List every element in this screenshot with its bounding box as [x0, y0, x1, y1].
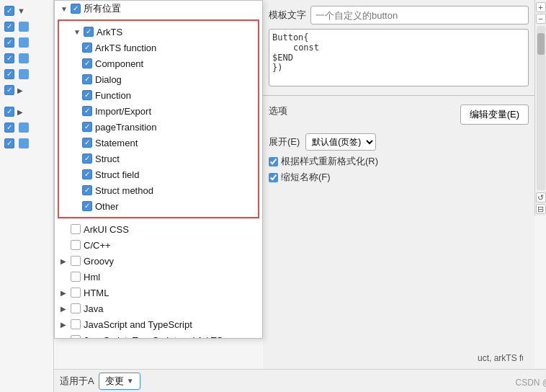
c-cpp-label: C/C++ [84, 240, 111, 251]
import-export-label: Import/Export [95, 106, 151, 117]
arkui-css-label: ArkUI CSS [84, 224, 129, 235]
struct-field-checkbox[interactable] [82, 169, 92, 179]
edit-variables-button[interactable]: 编辑变量(E) [460, 104, 529, 125]
arkts-label: ArkTS [97, 27, 122, 37]
tree-item-function[interactable]: Function [59, 87, 258, 103]
right-content: 模板文字 Button{ const $END }) uct, arkTS fu… [263, 0, 534, 369]
struct-method-checkbox[interactable] [82, 185, 92, 195]
file-icon [19, 122, 29, 133]
horizontal-separator [263, 95, 534, 96]
page-transition-checkbox[interactable] [82, 122, 92, 132]
tree-item-component[interactable]: Component [59, 55, 258, 71]
html-checkbox[interactable] [71, 288, 81, 298]
right-scrollbar: + − ↺ ⊟ [534, 0, 546, 216]
expand-select[interactable]: 默认值(页签) [305, 133, 376, 151]
function-checkbox[interactable] [82, 90, 92, 100]
js-ts-arkts-checkbox[interactable] [71, 335, 81, 339]
scroll-thumb[interactable] [537, 33, 545, 55]
c-cpp-checkbox[interactable] [71, 240, 81, 250]
struct-field-label: Struct field [95, 169, 139, 180]
expand-row: 展开(E) 默认值(页签) [269, 133, 529, 151]
arkts-parent-item[interactable]: ▼ ArkTS [59, 24, 258, 40]
other-checkbox[interactable] [82, 201, 92, 211]
file-icon [19, 138, 29, 148]
checkbox-checked[interactable] [4, 122, 14, 133]
file-row [0, 19, 53, 35]
struct-method-label: Struct method [95, 185, 153, 196]
tree-item-struct-method[interactable]: Struct method [59, 182, 258, 198]
scroll-icon-button[interactable]: ⊟ [536, 204, 546, 214]
checkbox-checked[interactable] [4, 107, 14, 117]
tree-item-dialog[interactable]: Dialog [59, 71, 258, 87]
checkbox-checked[interactable] [4, 22, 14, 32]
groovy-checkbox[interactable] [71, 256, 81, 266]
hml-checkbox[interactable] [71, 272, 81, 282]
checkbox-checked[interactable] [4, 53, 14, 63]
expand-arrow[interactable]: ▶ [17, 108, 23, 116]
file-row: ▶ [0, 82, 53, 98]
tree-item-struct[interactable]: Struct [59, 151, 258, 166]
tree-item-groovy[interactable]: ▶ Groovy [55, 253, 262, 269]
file-row: ▶ [0, 104, 53, 120]
import-export-checkbox[interactable] [82, 106, 92, 116]
tree-item-page-transition[interactable]: pageTransition [59, 119, 258, 135]
scroll-minus-button[interactable]: − [536, 14, 546, 24]
file-row: ▼ [0, 3, 53, 19]
js-ts-checkbox[interactable] [71, 319, 81, 329]
tree-dropdown: ▼ 所有位置 ▼ ArkTS ArkTS function [54, 0, 263, 339]
checkbox-checked[interactable] [4, 69, 14, 79]
tree-item-struct-field[interactable]: Struct field [59, 166, 258, 182]
checkbox-checked[interactable] [4, 37, 14, 48]
arkts-function-checkbox[interactable] [82, 43, 92, 53]
tree-root-item[interactable]: ▼ 所有位置 [55, 1, 262, 17]
code-ellipsis: uct, arkTS function, function, str... [478, 353, 523, 363]
template-area: 模板文字 Button{ const $END }) uct, arkTS fu… [263, 0, 534, 92]
code-textarea[interactable]: Button{ const $END }) [269, 29, 529, 86]
scroll-reset-button[interactable]: ↺ [536, 192, 546, 202]
other-label: Other [95, 201, 119, 212]
expand-arrow[interactable]: ▼ [17, 6, 25, 15]
tree-item-other[interactable]: Other [59, 198, 258, 214]
checkbox-checked[interactable] [4, 6, 14, 16]
page-transition-label: pageTransition [95, 122, 157, 133]
reformat-label: 根据样式重新格式化(R) [281, 155, 378, 168]
tree-item-hml[interactable]: Hml [55, 269, 262, 285]
checkbox-checked[interactable] [4, 85, 14, 95]
file-row [0, 135, 53, 151]
checkbox-checked[interactable] [4, 138, 14, 148]
shorten-checkbox[interactable] [269, 173, 278, 182]
component-checkbox[interactable] [82, 58, 92, 68]
expand-arrow[interactable]: ▶ [17, 86, 23, 94]
change-button[interactable]: 变更 ▼ [99, 373, 140, 390]
dialog-checkbox[interactable] [82, 74, 92, 84]
tree-item-js-ts-arkts[interactable]: ▶ JavaScript, TypeScript and ArkTS [55, 332, 262, 339]
java-label: Java [84, 303, 103, 314]
hml-label: Hml [84, 272, 100, 282]
struct-checkbox[interactable] [82, 153, 92, 164]
dialog-label: Dialog [95, 74, 122, 85]
root-checkbox[interactable] [71, 4, 81, 14]
html-expand-icon: ▶ [61, 289, 71, 297]
tree-item-c-cpp[interactable]: C/C++ [55, 237, 262, 253]
arkts-checkbox[interactable] [84, 27, 94, 37]
template-name-input[interactable] [310, 6, 529, 24]
tree-item-import-export[interactable]: Import/Export [59, 103, 258, 119]
arkts-collapse-icon: ▼ [73, 28, 82, 36]
tree-item-arkts-function[interactable]: ArkTS function [59, 40, 258, 55]
groovy-label: Groovy [84, 256, 114, 267]
tree-item-statement[interactable]: Statement [59, 135, 258, 151]
tree-item-js-ts[interactable]: ▶ JavaScript and TypeScript [55, 316, 262, 332]
scroll-plus-button[interactable]: + [536, 2, 546, 12]
arkui-css-checkbox[interactable] [71, 224, 81, 234]
statement-checkbox[interactable] [82, 138, 92, 148]
java-checkbox[interactable] [71, 303, 81, 313]
tree-item-arkui-css[interactable]: ArkUI CSS [55, 221, 262, 237]
reformat-checkbox[interactable] [269, 157, 278, 166]
tree-item-html[interactable]: ▶ HTML [55, 285, 262, 300]
chevron-down-icon: ▼ [127, 377, 134, 385]
groovy-expand-icon: ▶ [61, 257, 71, 265]
component-label: Component [95, 58, 143, 69]
file-row [0, 120, 53, 135]
tree-item-java[interactable]: ▶ Java [55, 300, 262, 316]
statement-label: Statement [95, 138, 138, 148]
